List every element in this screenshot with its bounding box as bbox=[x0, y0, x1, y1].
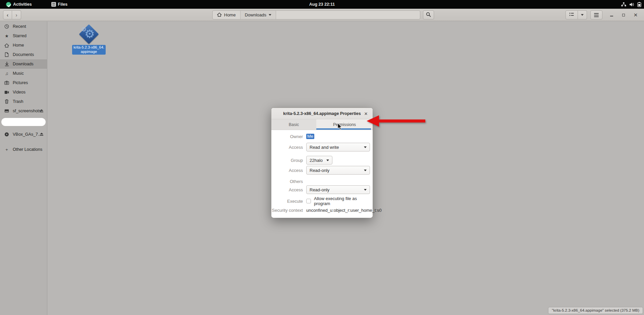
group-label: Group bbox=[271, 158, 303, 163]
owner-access-label: Access bbox=[271, 145, 303, 150]
close-icon: ✕ bbox=[364, 111, 368, 116]
group-row: Group 22halo bbox=[271, 156, 370, 165]
breadcrumb-home-label: Home bbox=[224, 12, 236, 17]
dialog-titlebar[interactable]: krita-5.2.3-x86_64.appimage Properties ✕ bbox=[271, 108, 373, 119]
breadcrumb-home[interactable]: Home bbox=[213, 11, 240, 19]
back-icon: ‹ bbox=[7, 12, 8, 18]
security-context-label: Security context bbox=[271, 208, 303, 213]
dialog-tab-bar: Basic Permissions bbox=[271, 119, 373, 130]
owner-label: Owner bbox=[271, 134, 303, 139]
sidebar-item-documents[interactable]: Documents bbox=[0, 50, 47, 59]
chevron-down-icon bbox=[364, 146, 367, 148]
others-row: Others bbox=[271, 179, 370, 184]
sidebar-item-label: Documents bbox=[13, 52, 34, 57]
search-button[interactable] bbox=[423, 10, 434, 19]
sidebar: Recent ★ Starred Home Documents Download… bbox=[0, 21, 47, 315]
maximize-button[interactable] bbox=[620, 11, 627, 19]
chevron-down-icon bbox=[364, 189, 367, 191]
eject-icon[interactable] bbox=[40, 132, 44, 136]
chevron-down-icon bbox=[364, 170, 367, 171]
eject-icon[interactable] bbox=[40, 109, 44, 113]
chevron-down-icon bbox=[581, 14, 584, 16]
close-icon: ✕ bbox=[634, 12, 638, 18]
plus-icon: + bbox=[4, 147, 9, 152]
sidebar-item-label: Downloads bbox=[13, 62, 34, 66]
owner-row: Owner Me bbox=[271, 133, 370, 139]
view-list-icon bbox=[569, 12, 574, 17]
dialog-close-button[interactable]: ✕ bbox=[363, 110, 369, 117]
home-icon bbox=[4, 43, 9, 48]
clock-icon bbox=[4, 24, 9, 29]
others-access-row: Access Read-only bbox=[271, 185, 370, 194]
sidebar-item-trash[interactable]: Trash bbox=[0, 97, 47, 106]
security-context-row: Security context unconfined_u:object_r:u… bbox=[271, 207, 370, 213]
hamburger-menu-button[interactable] bbox=[590, 10, 602, 19]
headerbar: ‹ › Home Downloads bbox=[0, 9, 644, 21]
headerbar-right-controls: ✕ bbox=[566, 10, 639, 19]
owner-value: Me bbox=[306, 134, 314, 139]
execute-label: Execute bbox=[271, 199, 303, 204]
volume-icon bbox=[629, 2, 634, 7]
others-label: Others bbox=[271, 179, 303, 184]
owner-access-dropdown[interactable]: Read and write bbox=[306, 143, 370, 151]
document-icon bbox=[4, 52, 9, 57]
file-item-krita-appimage[interactable]: ⚙ ⚙ krita-5.2.3-x86_64. appimage bbox=[72, 24, 106, 55]
trash-icon bbox=[4, 99, 9, 104]
sidebar-item-label: Other Locations bbox=[13, 147, 42, 152]
minimize-icon bbox=[610, 16, 613, 16]
sidebar-item-label: Videos bbox=[13, 90, 25, 94]
close-window-button[interactable]: ✕ bbox=[632, 11, 639, 19]
sidebar-item-videos[interactable]: Videos bbox=[0, 87, 47, 97]
sidebar-item-downloads[interactable]: Downloads bbox=[0, 59, 47, 69]
view-options-dropdown[interactable] bbox=[578, 10, 587, 19]
tab-basic[interactable]: Basic bbox=[271, 119, 316, 130]
sidebar-item-starred[interactable]: ★ Starred bbox=[0, 31, 47, 41]
forward-button[interactable]: › bbox=[12, 10, 21, 19]
video-icon bbox=[4, 90, 9, 94]
sidebar-item-label: Recent bbox=[13, 24, 26, 29]
breadcrumb-downloads-label: Downloads bbox=[245, 12, 266, 17]
camera-icon bbox=[4, 81, 9, 85]
execute-checkbox-label: Allow executing file as program bbox=[314, 196, 370, 206]
tab-permissions-label: Permissions bbox=[333, 122, 356, 127]
sidebar-item-sf-screenshots[interactable]: sf_screenshots bbox=[0, 106, 47, 116]
clock[interactable]: Aug 23 22:11 bbox=[0, 2, 644, 7]
sidebar-item-vbox-gas[interactable]: VBox_GAs_7.... bbox=[0, 130, 47, 139]
execute-checkbox[interactable] bbox=[306, 199, 311, 203]
maximize-icon bbox=[622, 14, 625, 16]
path-bar: Home Downloads bbox=[212, 10, 420, 19]
sidebar-item-pictures[interactable]: Pictures bbox=[0, 78, 47, 87]
group-access-dropdown[interactable]: Read-only bbox=[306, 166, 370, 175]
group-dropdown[interactable]: 22halo bbox=[306, 156, 332, 165]
selection-status-bar: "krita-5.2.3-x86_64.appimage" selected (… bbox=[548, 307, 643, 314]
sidebar-item-home[interactable]: Home bbox=[0, 41, 47, 50]
others-access-label: Access bbox=[271, 187, 303, 192]
chevron-down-icon bbox=[269, 14, 271, 16]
chevron-down-icon bbox=[326, 160, 329, 161]
sidebar-item-label: Pictures bbox=[13, 80, 28, 85]
sidebar-item-music[interactable]: ♫ Music bbox=[0, 69, 47, 78]
back-button[interactable]: ‹ bbox=[3, 10, 12, 19]
appimage-gear-icon: ⚙ ⚙ bbox=[79, 24, 99, 44]
view-mode-button[interactable] bbox=[566, 10, 578, 19]
battery-icon bbox=[637, 2, 641, 7]
sidebar-item-label: Trash bbox=[13, 99, 23, 104]
owner-access-row: Access Read and write bbox=[271, 143, 370, 151]
download-icon bbox=[4, 62, 9, 66]
sidebar-blank-field[interactable] bbox=[1, 118, 46, 126]
sidebar-item-label: Home bbox=[13, 43, 24, 48]
network-icon bbox=[621, 2, 626, 7]
sidebar-item-label: Starred bbox=[13, 34, 26, 38]
sidebar-item-recent[interactable]: Recent bbox=[0, 22, 47, 31]
path-bar-group: Home Downloads bbox=[212, 10, 434, 19]
others-access-dropdown[interactable]: Read-only bbox=[306, 185, 370, 194]
minimize-button[interactable] bbox=[608, 11, 615, 19]
sidebar-item-other-locations[interactable]: + Other Locations bbox=[0, 145, 47, 154]
owner-access-value: Read and write bbox=[310, 145, 339, 150]
system-tray[interactable] bbox=[621, 0, 641, 9]
breadcrumb-downloads[interactable]: Downloads bbox=[240, 11, 276, 19]
top-bar: Activities Files Aug 23 22:11 bbox=[0, 0, 644, 9]
group-access-value: Read-only bbox=[310, 168, 329, 173]
tab-permissions[interactable]: Permissions bbox=[316, 119, 373, 130]
group-value: 22halo bbox=[310, 158, 323, 163]
